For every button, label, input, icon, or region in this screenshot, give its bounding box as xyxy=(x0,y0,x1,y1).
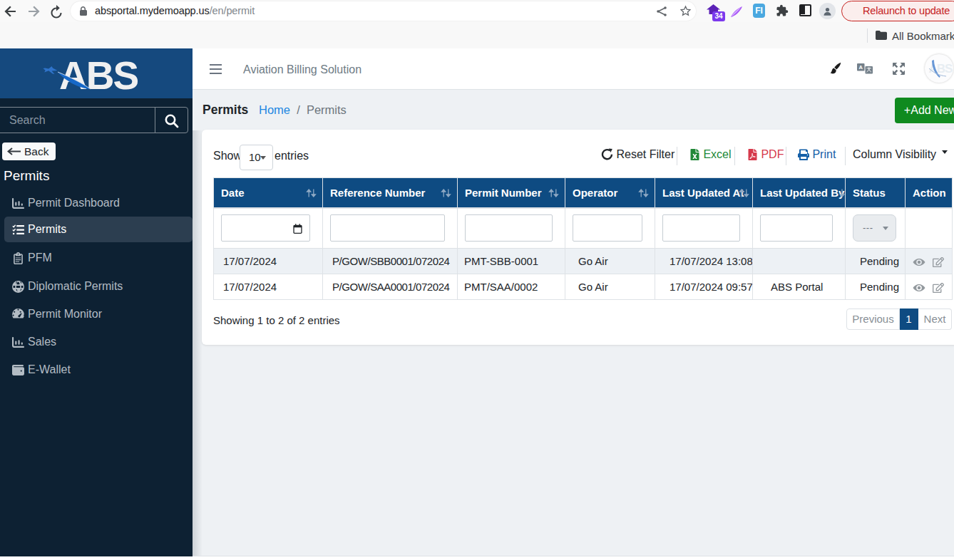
svg-text:ABS: ABS xyxy=(59,54,138,95)
svg-text:A: A xyxy=(859,64,863,71)
